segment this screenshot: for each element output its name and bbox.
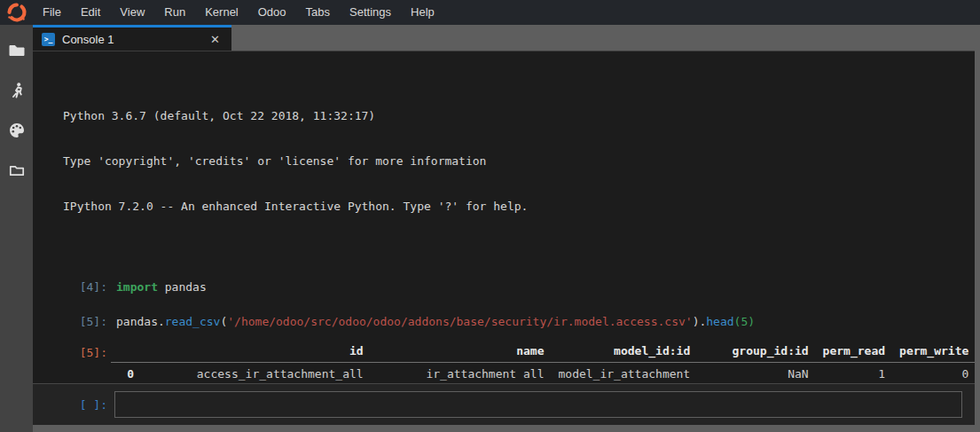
menubar: File Edit View Run Kernel Odoo Tabs Sett…: [0, 0, 980, 25]
tab-console-1[interactable]: >_ Console 1 ✕: [33, 25, 231, 51]
jupyterlab-window: File Edit View Run Kernel Odoo Tabs Sett…: [0, 0, 980, 432]
code-token: read_csv: [165, 315, 221, 328]
table-cell: model_ir_attachment: [551, 363, 697, 386]
console-input[interactable]: [114, 391, 962, 418]
row-index: 0: [111, 363, 141, 386]
code-line: import pandas: [107, 279, 207, 295]
table-cell: 1: [816, 363, 892, 386]
col-header-model-id: model_id:id: [551, 343, 697, 363]
open-tabs-icon[interactable]: [6, 160, 27, 181]
output-prompt: [5]:: [33, 343, 107, 363]
code-token: .: [158, 315, 165, 328]
tab-bar: >_ Console 1 ✕: [33, 25, 980, 51]
menu-items: File Edit View Run Kernel Odoo Tabs Sett…: [33, 0, 444, 25]
menu-view[interactable]: View: [110, 0, 154, 25]
console-history: Python 3.6.7 (default, Oct 22 2018, 11:3…: [33, 51, 975, 425]
banner-line: Type 'copyright', 'credits' or 'license'…: [63, 153, 975, 169]
main-area: >_ Console 1 ✕ Python 3.6.7 (default, Oc…: [33, 25, 980, 432]
col-header-name: name: [371, 343, 552, 363]
menu-settings[interactable]: Settings: [340, 0, 401, 25]
table-row: 0access_ir_attachment_allir_attachment a…: [111, 363, 975, 386]
menu-help[interactable]: Help: [401, 0, 444, 25]
left-sidebar: [0, 25, 33, 432]
code-line: pandas.read_csv('/home/odoo/src/odoo/odo…: [107, 314, 755, 329]
console-input-cell: [ ]:: [33, 383, 975, 425]
banner-line: IPython 7.2.0 -- An enhanced Interactive…: [63, 199, 975, 214]
kernel-banner: Python 3.6.7 (default, Oct 22 2018, 11:3…: [63, 78, 975, 244]
col-header-perm-read: perm_read: [816, 343, 892, 363]
col-header-group-id: group_id:id: [697, 343, 815, 363]
col-header-id: id: [141, 343, 371, 363]
running-sessions-icon[interactable]: [6, 80, 27, 101]
code-cell: [5]: pandas.read_csv('/home/odoo/src/odo…: [33, 314, 975, 329]
code-token: head: [706, 315, 733, 328]
command-palette-icon[interactable]: [6, 120, 27, 141]
table-cell: access_ir_attachment_all: [141, 363, 371, 386]
table-cell: NaN: [697, 363, 815, 386]
console-icon: >_: [42, 33, 55, 46]
active-input-prompt: [ ]:: [33, 398, 107, 412]
input-prompt: [4]:: [33, 279, 107, 295]
code-token: pandas: [158, 280, 207, 294]
code-cell: [4]: import pandas: [33, 279, 975, 295]
menu-run[interactable]: Run: [154, 0, 195, 25]
code-token: import: [116, 280, 158, 294]
code-token: pandas: [116, 315, 158, 328]
odoo-logo-icon: [0, 0, 33, 25]
table-cell: ir_attachment all: [371, 363, 552, 386]
tab-close-icon[interactable]: ✕: [210, 33, 220, 46]
menu-kernel[interactable]: Kernel: [195, 0, 248, 25]
dataframe-header: id name model_id:id group_id:id perm_rea…: [111, 343, 975, 363]
input-prompt: [5]:: [33, 314, 107, 329]
file-browser-icon[interactable]: [6, 40, 27, 61]
table-cell: 0: [892, 363, 975, 386]
menu-tabs[interactable]: Tabs: [296, 0, 340, 25]
banner-line: Python 3.6.7 (default, Oct 22 2018, 11:3…: [63, 108, 975, 123]
menu-odoo[interactable]: Odoo: [248, 0, 296, 25]
header-row: id name model_id:id group_id:id perm_rea…: [111, 343, 975, 363]
col-header-perm-write: perm_write: [892, 343, 975, 363]
console-panel: Python 3.6.7 (default, Oct 22 2018, 11:3…: [33, 51, 975, 425]
code-token: (5): [734, 315, 755, 328]
code-token: '/home/odoo/src/odoo/odoo/addons/base/se…: [227, 315, 692, 328]
menu-file[interactable]: File: [33, 0, 71, 25]
menu-edit[interactable]: Edit: [71, 0, 110, 25]
col-header-index: [111, 343, 141, 363]
tab-label: Console 1: [62, 33, 210, 46]
